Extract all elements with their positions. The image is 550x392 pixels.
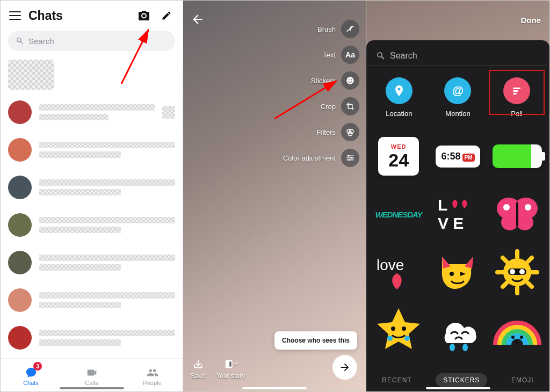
tool-brush[interactable]: Brush <box>283 20 359 38</box>
next-button[interactable] <box>332 355 357 380</box>
back-icon[interactable] <box>191 12 205 28</box>
svg-point-46 <box>450 344 455 351</box>
svg-point-7 <box>348 155 350 157</box>
svg-point-40 <box>510 269 515 274</box>
sticker-time[interactable]: 6:58PM <box>431 132 484 181</box>
sticker-sheet: Search Location @ Mention Poll WED24 6:5… <box>366 40 549 391</box>
tab-stickers[interactable]: STICKERS <box>436 373 487 387</box>
sticker-cloud[interactable] <box>431 306 484 355</box>
svg-rect-16 <box>513 93 517 95</box>
annotation-arrow <box>272 76 342 124</box>
story-tile[interactable] <box>8 60 54 90</box>
svg-point-49 <box>520 336 523 339</box>
quick-location[interactable]: Location <box>372 77 426 118</box>
svg-point-23 <box>503 204 510 210</box>
svg-point-42 <box>391 326 395 331</box>
svg-point-1 <box>346 77 354 84</box>
svg-point-44 <box>387 336 393 341</box>
search-placeholder: Search <box>28 37 54 46</box>
annotation-arrow <box>116 25 159 89</box>
svg-line-35 <box>503 258 506 262</box>
svg-line-36 <box>528 283 532 287</box>
tool-filters[interactable]: Filters <box>283 123 359 141</box>
sticker-sun[interactable] <box>490 248 544 297</box>
search-placeholder: Search <box>390 51 417 61</box>
story-editor-panel: Brush Text Aa Stickers Crop Filters Colo… <box>183 1 366 391</box>
svg-line-0 <box>121 30 148 84</box>
tab-chats[interactable]: 3 Chats <box>1 361 61 391</box>
save-button[interactable]: Save <box>191 358 205 380</box>
sticker-love-script[interactable]: love <box>372 248 425 297</box>
svg-point-9 <box>349 159 350 161</box>
chat-item[interactable] <box>8 176 175 199</box>
sticker-rainbow[interactable] <box>490 306 544 355</box>
your-story-button[interactable]: + Your story <box>216 358 245 380</box>
svg-point-41 <box>519 269 525 274</box>
avatar <box>8 176 32 199</box>
editor-bottom: Choose who sees this Save + Your story <box>183 325 366 391</box>
chat-item[interactable] <box>8 100 175 124</box>
svg-point-43 <box>402 326 406 331</box>
badge: 3 <box>33 362 42 371</box>
bottom-nav: 3 Chats Calls People <box>1 358 183 391</box>
tool-text[interactable]: Text Aa <box>283 46 359 64</box>
svg-text:L: L <box>438 196 447 214</box>
home-indicator <box>426 387 490 389</box>
chat-item[interactable] <box>8 213 175 237</box>
quick-mention[interactable]: @ Mention <box>431 77 484 118</box>
svg-line-13 <box>274 81 336 119</box>
quick-poll[interactable]: Poll <box>490 77 544 118</box>
svg-point-48 <box>511 336 515 339</box>
sticker-date[interactable]: WED24 <box>372 132 425 181</box>
avatar <box>8 326 32 350</box>
svg-point-24 <box>525 204 531 210</box>
tool-color-adjustment[interactable]: Color adjustment <box>283 149 359 167</box>
sticker-butterfly[interactable] <box>490 190 544 239</box>
sticker-wednesday[interactable]: WEDNESDAY <box>372 190 425 239</box>
chats-panel: Chats Search 3 Chats Calls <box>1 1 183 391</box>
svg-point-3 <box>351 79 352 81</box>
quick-stickers-row: Location @ Mention Poll <box>366 66 549 125</box>
svg-text:+: + <box>234 359 237 367</box>
avatar <box>8 288 32 312</box>
chat-item[interactable] <box>8 138 175 162</box>
sticker-battery[interactable] <box>490 132 544 181</box>
svg-point-45 <box>404 336 410 341</box>
sticker-star[interactable] <box>372 306 425 355</box>
page-title: Chats <box>28 9 129 23</box>
tab-people[interactable]: People <box>122 361 183 391</box>
svg-point-21 <box>501 214 518 230</box>
menu-icon[interactable] <box>9 11 21 20</box>
svg-rect-11 <box>229 361 231 366</box>
svg-text:love: love <box>377 257 404 273</box>
tab-label: People <box>143 380 161 386</box>
sticker-love[interactable]: LV E <box>431 190 484 239</box>
sticker-search[interactable]: Search <box>367 40 548 66</box>
stickers-panel: Done Search Location @ Mention Poll WED2… <box>366 1 549 391</box>
svg-line-37 <box>528 258 532 262</box>
edit-icon[interactable] <box>159 8 174 23</box>
chat-item[interactable] <box>8 251 175 274</box>
svg-point-6 <box>348 132 352 136</box>
tab-emoji[interactable]: EMOJI <box>504 373 541 387</box>
svg-rect-14 <box>513 88 520 89</box>
tab-recent[interactable]: RECENT <box>374 373 419 387</box>
svg-line-38 <box>503 283 506 287</box>
svg-point-29 <box>450 272 454 276</box>
svg-point-2 <box>349 79 350 81</box>
svg-point-22 <box>516 214 533 230</box>
home-indicator <box>60 387 124 389</box>
done-button[interactable]: Done <box>521 16 541 25</box>
avatar <box>8 213 32 237</box>
home-indicator <box>242 387 307 389</box>
chat-item[interactable] <box>8 326 175 350</box>
svg-text:V E: V E <box>438 214 464 232</box>
svg-point-8 <box>351 157 353 159</box>
chat-item[interactable] <box>8 288 175 312</box>
choose-audience-pill[interactable]: Choose who sees this <box>274 331 357 350</box>
camera-icon[interactable] <box>136 8 151 23</box>
sticker-grid: WED24 6:58PM WEDNESDAY LV E love <box>366 125 549 366</box>
chat-list <box>1 95 183 391</box>
avatar <box>8 138 32 162</box>
sticker-cat[interactable] <box>431 248 484 297</box>
